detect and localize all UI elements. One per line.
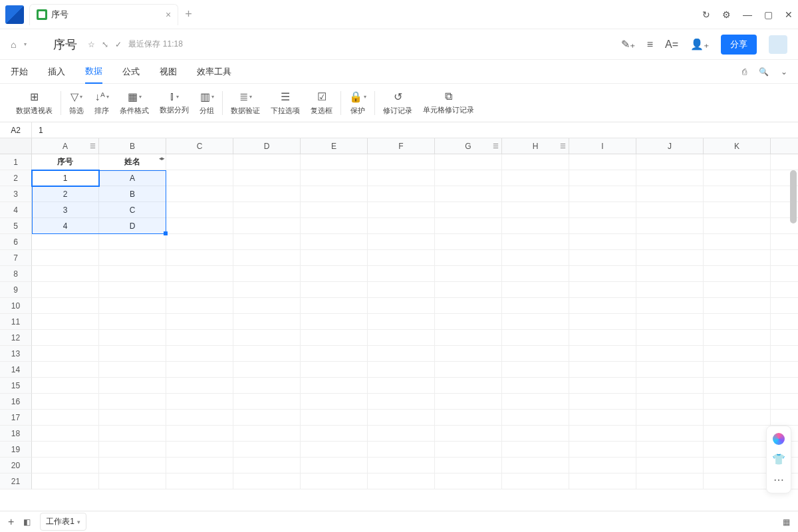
cell[interactable] [704,410,771,426]
row-header[interactable]: 5 [0,218,32,234]
cell[interactable] [502,154,569,170]
cell[interactable] [502,442,569,458]
column-filter-icon[interactable]: ☰ [560,142,566,150]
column-header[interactable]: K [704,138,771,154]
cell[interactable] [368,234,435,250]
cell[interactable] [771,298,798,314]
cell[interactable] [569,234,636,250]
cell[interactable] [301,154,368,170]
cell[interactable] [569,394,636,410]
cell[interactable] [301,266,368,282]
cell[interactable] [32,330,99,346]
vertical-scrollbar[interactable] [790,170,797,223]
cell[interactable] [569,378,636,394]
add-sheet-button[interactable]: + [8,516,14,528]
cell[interactable] [502,330,569,346]
cell[interactable] [704,266,771,282]
cell-reference-input[interactable]: A2 [0,122,32,138]
cell[interactable] [636,202,704,218]
cell[interactable] [502,202,569,218]
document-tab[interactable]: 序号 × [29,4,178,25]
cell[interactable] [368,426,435,442]
cell[interactable] [32,298,99,314]
cell[interactable] [435,362,502,378]
theme-icon[interactable]: 👕 [772,453,785,466]
cell[interactable] [636,410,704,426]
cell[interactable] [771,362,798,378]
cell[interactable] [166,394,233,410]
cell[interactable] [233,394,301,410]
cell[interactable] [166,330,233,346]
cell[interactable] [502,362,569,378]
cell[interactable] [99,394,166,410]
cell[interactable] [32,426,99,442]
cell[interactable] [166,442,233,458]
cell[interactable] [636,330,704,346]
cell[interactable] [502,234,569,250]
share-button[interactable]: 分享 [721,35,757,55]
cell[interactable]: B [99,186,166,202]
cell[interactable] [301,218,368,234]
cell[interactable] [368,298,435,314]
cell[interactable] [166,170,233,186]
sheet-tab[interactable]: 工作表1 ▾ [40,513,86,531]
cell[interactable] [166,346,233,362]
cell[interactable] [368,346,435,362]
menu-formula[interactable]: 公式 [122,61,140,83]
cell-revision-button[interactable]: ⧉单元格修订记录 [423,90,474,115]
cell[interactable] [233,330,301,346]
cell[interactable] [368,314,435,330]
tab-add-button[interactable]: + [185,7,192,21]
cell[interactable] [435,330,502,346]
cell[interactable] [233,218,301,234]
cell[interactable] [301,314,368,330]
dropdown-button[interactable]: ☰下拉选项 [271,90,300,116]
filter-button[interactable]: ▽▾筛选 [69,90,84,116]
cell[interactable] [502,266,569,282]
cell[interactable] [233,473,301,489]
cell[interactable] [368,473,435,489]
cell[interactable] [368,378,435,394]
cell[interactable] [368,170,435,186]
cell[interactable] [569,362,636,378]
cell[interactable] [301,282,368,298]
cell[interactable] [233,426,301,442]
cell[interactable] [502,298,569,314]
cell[interactable] [771,266,798,282]
column-header[interactable]: D [233,138,301,154]
cell[interactable] [368,394,435,410]
cell[interactable] [32,266,99,282]
cell[interactable] [771,154,798,170]
cell[interactable] [435,426,502,442]
spreadsheet-grid[interactable]: A☰BCDEFG☰H☰IJKL 123456789101112131415161… [0,138,798,493]
cell[interactable] [166,266,233,282]
cell[interactable] [435,394,502,410]
sheet-menu-caret-icon[interactable]: ▾ [77,519,80,525]
cell[interactable] [233,170,301,186]
cell[interactable] [435,378,502,394]
cell[interactable] [636,218,704,234]
cell[interactable] [166,410,233,426]
text-to-columns-button[interactable]: ⫿▾数据分列 [160,90,189,115]
cell[interactable] [636,154,704,170]
cell[interactable] [32,314,99,330]
cell[interactable] [301,330,368,346]
cell[interactable] [301,394,368,410]
home-caret-icon[interactable]: ▾ [24,41,27,47]
group-button[interactable]: ▥▾分组 [200,90,214,116]
cell[interactable] [569,442,636,458]
cell[interactable] [301,170,368,186]
cell[interactable] [569,282,636,298]
cell[interactable] [435,266,502,282]
cell[interactable]: C [99,202,166,218]
cell[interactable] [435,234,502,250]
settings-icon[interactable]: ⚙ [722,9,731,20]
cell[interactable] [636,170,704,186]
cell[interactable] [435,282,502,298]
cell[interactable] [704,330,771,346]
cell[interactable] [704,298,771,314]
checkbox-button[interactable]: ☑复选框 [311,90,332,116]
cell[interactable] [435,442,502,458]
home-button[interactable]: ⌂ [11,39,16,50]
cell[interactable] [233,202,301,218]
